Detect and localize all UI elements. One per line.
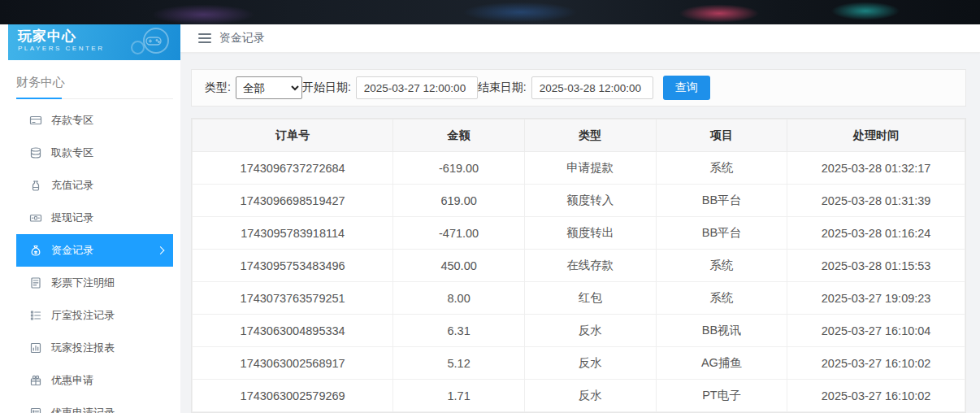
hall-bet-icon [29,309,42,322]
sidebar-item-label: 资金记录 [51,243,93,258]
table-cell: 1743096698519427 [193,185,393,217]
column-header: 类型 [524,120,656,152]
table-body: 1743096737272684-619.00申请提款系统2025-03-28 … [193,152,965,412]
table-cell: 反水 [524,347,656,380]
sidebar-item-label: 厅室投注记录 [51,308,115,323]
table-cell: PT电子 [656,380,787,412]
app-window: 玩家中心 PLAYERS CENTER 财务中心 存款专区 取款专区 充值记录 … [0,24,980,413]
filter-bar: 类型: 全部 开始日期: 结束日期: 查询 [191,69,966,107]
sidebar-item-label: 优惠申请记录 [51,406,115,413]
table-cell: 2025-03-28 01:15:53 [787,250,965,282]
table-cell: 5.12 [393,347,525,380]
sidebar-item-9[interactable]: 优惠申请记录 [16,397,173,413]
type-select[interactable]: 全部 [236,76,302,99]
deposit-card-icon [29,114,42,127]
table-cell: 2025-03-27 16:10:02 [787,347,965,380]
funds-record-icon [29,244,42,257]
sidebar-item-label: 取款专区 [51,146,93,160]
table-cell: 额度转出 [524,217,656,250]
sidebar-section-title: 财务中心 [16,75,173,99]
sidebar-item-label: 玩家投注报表 [51,341,115,355]
search-button[interactable]: 查询 [663,76,710,100]
column-header: 金额 [393,120,525,152]
sidebar: 玩家中心 PLAYERS CENTER 财务中心 存款专区 取款专区 充值记录 … [0,24,180,413]
sidebar-item-7[interactable]: 玩家投注报表 [16,332,173,364]
start-date-label: 开始日期: [302,80,351,95]
sidebar-item-8[interactable]: 优惠申请 [16,364,173,397]
hamburger-menu-icon[interactable] [198,33,211,43]
table-cell: 8.00 [393,282,525,315]
sidebar-item-4[interactable]: 资金记录 [16,234,173,267]
table-cell: -471.00 [393,217,525,250]
table-cell: 619.00 [393,185,525,217]
table-cell: 2025-03-28 01:31:39 [787,185,965,217]
main-area: 资金记录 类型: 全部 开始日期: 结束日期: 查询 [180,24,980,413]
table-cell: 反水 [524,315,656,347]
table-cell: 1743063002568917 [193,347,393,380]
table-row: 17430630025689175.12反水AG捕鱼2025-03-27 16:… [193,347,965,380]
sidebar-item-1[interactable]: 取款专区 [16,137,173,169]
table-cell: 在线存款 [524,250,656,282]
sidebar-item-6[interactable]: 厅室投注记录 [16,299,173,332]
table-cell: 450.00 [393,250,525,282]
table-row: 1743095783918114-471.00额度转出BB平台2025-03-2… [193,217,965,250]
table-row: 17430737635792518.00红包系统2025-03-27 19:09… [193,282,965,315]
table-cell: 6.31 [393,315,525,347]
cash-out-icon [29,211,42,224]
table-cell: -619.00 [393,152,525,185]
records-table: 订单号金额类型项目处理时间 1743096737272684-619.00申请提… [192,119,965,412]
sidebar-item-0[interactable]: 存款专区 [16,104,173,137]
column-header: 订单号 [193,120,393,152]
table-cell: 1743095783918114 [193,217,393,250]
sidebar-item-label: 充值记录 [51,178,93,193]
start-date-input[interactable] [356,76,478,99]
lottery-detail-icon [29,276,42,289]
sidebar-item-label: 存款专区 [51,113,93,128]
sidebar-item-label: 优惠申请 [51,373,93,388]
gamepad-icon [145,34,163,50]
table-cell: AG捕鱼 [656,347,787,380]
records-table-panel: 订单号金额类型项目处理时间 1743096737272684-619.00申请提… [191,118,966,413]
player-report-icon [29,341,42,354]
desktop-wallpaper-strip [0,0,980,24]
content: 类型: 全部 开始日期: 结束日期: 查询 订单号金额类型项目处理时间 [180,53,980,413]
page-title: 资金记录 [219,31,265,46]
breadcrumb: 资金记录 [180,24,980,53]
table-row: 1743096737272684-619.00申请提款系统2025-03-28 … [193,152,965,185]
table-row: 1743095753483496450.00在线存款系统2025-03-28 0… [193,250,965,282]
table-cell: 1743095753483496 [193,250,393,282]
sidebar-item-5[interactable]: 彩票下注明细 [16,267,173,299]
end-date-label: 结束日期: [478,80,527,95]
table-cell: 1743063004895334 [193,315,393,347]
table-cell: 1743063002579269 [193,380,393,412]
table-header-row: 订单号金额类型项目处理时间 [193,120,965,152]
table-cell: 2025-03-27 16:10:02 [787,380,965,412]
sidebar-menu: 存款专区 取款专区 充值记录 提现记录 资金记录 彩票下注明细 厅室投注记录 玩… [0,104,180,413]
promo-record-icon [29,406,42,413]
table-cell: BB视讯 [656,315,787,347]
sidebar-item-label: 彩票下注明细 [51,276,115,290]
table-row: 17430630025792691.71反水PT电子2025-03-27 16:… [193,380,965,412]
chevron-right-icon [157,246,165,254]
table-cell: 额度转入 [524,185,656,217]
promo-apply-icon [29,374,42,387]
sidebar-item-label: 提现记录 [51,211,93,225]
table-row: 1743096698519427619.00额度转入BB平台2025-03-28… [193,185,965,217]
table-cell: 系统 [656,152,787,185]
table-cell: BB平台 [656,217,787,250]
table-cell: 2025-03-27 16:10:04 [787,315,965,347]
table-cell: 系统 [656,250,787,282]
sidebar-item-2[interactable]: 充值记录 [16,169,173,202]
sidebar-item-3[interactable]: 提现记录 [16,202,173,234]
recharge-record-icon [29,179,42,192]
table-cell: 2025-03-27 19:09:23 [787,282,965,315]
table-cell: 2025-03-28 01:16:24 [787,217,965,250]
sidebar-header: 玩家中心 PLAYERS CENTER [8,24,180,60]
type-label: 类型: [205,80,231,95]
end-date-input[interactable] [531,76,653,99]
withdraw-coins-icon [29,146,42,159]
table-cell: 1743096737272684 [193,152,393,185]
column-header: 项目 [656,120,787,152]
table-cell: BB平台 [656,185,787,217]
table-cell: 申请提款 [524,152,656,185]
